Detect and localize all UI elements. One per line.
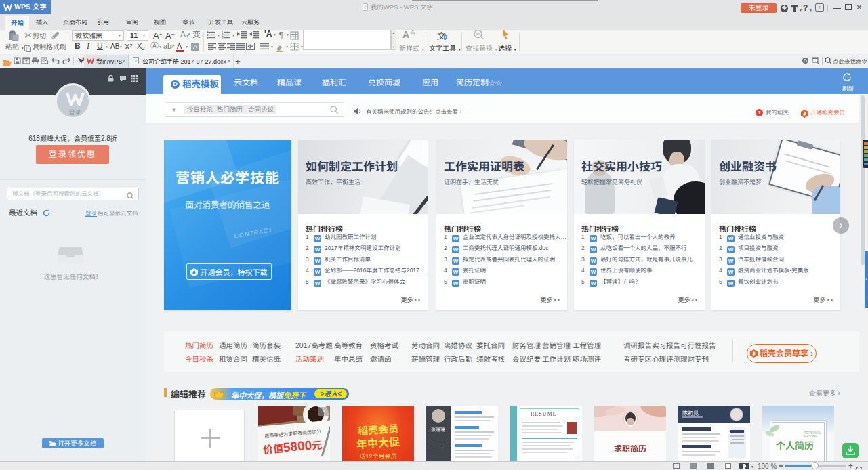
svg-text:3: 3 — [222, 36, 224, 39]
svg-text:ab: ab — [476, 32, 480, 36]
